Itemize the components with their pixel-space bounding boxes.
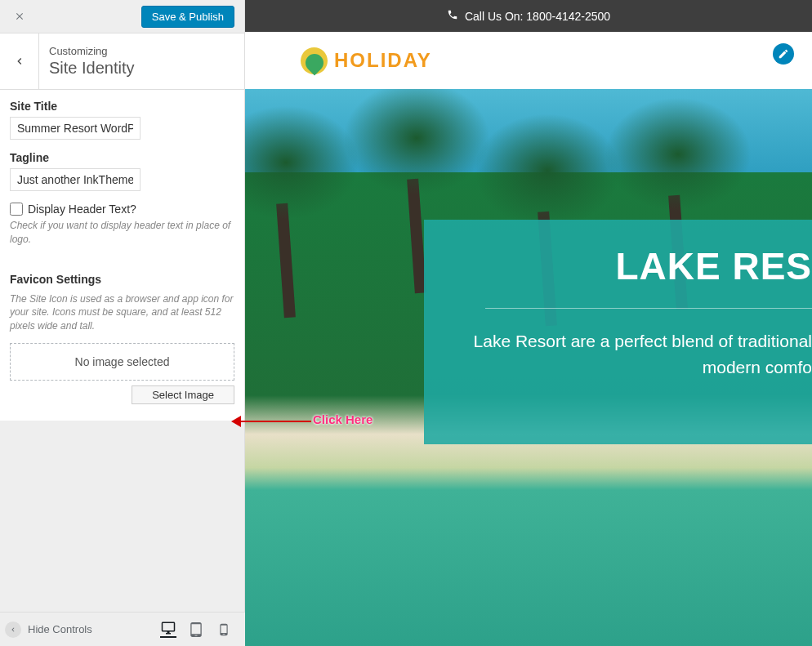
hero-subtitle-line2: modern comfo xyxy=(448,354,812,381)
tagline-label: Tagline xyxy=(10,151,234,164)
close-icon xyxy=(14,11,25,22)
favicon-heading: Favicon Settings xyxy=(10,273,234,286)
hero-section: LAKE RES Lake Resort are a perfect blend… xyxy=(245,89,812,646)
mobile-icon xyxy=(217,623,230,636)
customizer-body: Site Title Tagline Display Header Text? … xyxy=(0,90,244,421)
site-title-field: Site Title xyxy=(10,100,234,140)
customizer-header: Save & Publish xyxy=(0,0,244,33)
tagline-field: Tagline xyxy=(10,151,234,191)
chevron-left-icon xyxy=(13,55,26,68)
display-header-field: Display Header Text? Check if you want t… xyxy=(10,203,234,247)
hero-subtitle-line1: Lake Resort are a perfect blend of tradi… xyxy=(448,328,812,354)
section-title: Site Identity xyxy=(49,59,234,78)
device-mobile-button[interactable] xyxy=(216,621,232,638)
customizer-panel: Save & Publish Customizing Site Identity… xyxy=(0,0,245,646)
back-button[interactable] xyxy=(0,33,39,89)
tagline-input[interactable] xyxy=(10,168,141,191)
favicon-description: The Site Icon is used as a browser and a… xyxy=(10,292,234,333)
preview-topbar: Call Us On: 1800-4142-2500 xyxy=(245,0,812,32)
edit-shortcut-button[interactable] xyxy=(773,43,794,65)
logo-text: HOLIDAY xyxy=(334,49,432,72)
hide-controls-button[interactable]: Hide Controls xyxy=(5,621,92,638)
customizer-footer: Hide Controls xyxy=(0,612,245,646)
hero-overlay: LAKE RES Lake Resort are a perfect blend… xyxy=(424,220,812,444)
hero-divider xyxy=(485,308,812,309)
phone-icon xyxy=(447,9,458,23)
favicon-section: Favicon Settings The Site Icon is used a… xyxy=(10,273,234,404)
site-title-input[interactable] xyxy=(10,117,141,140)
logo-icon xyxy=(301,47,328,74)
select-image-button[interactable]: Select Image xyxy=(132,385,234,404)
close-button[interactable] xyxy=(10,7,29,26)
customizing-label: Customizing xyxy=(49,45,234,57)
site-title-label: Site Title xyxy=(10,100,234,113)
tablet-icon xyxy=(189,622,203,637)
favicon-dropzone[interactable]: No image selected xyxy=(10,343,234,381)
site-logo[interactable]: HOLIDAY xyxy=(301,47,432,74)
collapse-icon xyxy=(5,621,21,638)
desktop-icon xyxy=(161,621,176,635)
section-title-block: Customizing Site Identity xyxy=(39,33,244,89)
site-preview: Call Us On: 1800-4142-2500 HOLIDAY LAKE … xyxy=(245,0,812,646)
hero-title: LAKE RES xyxy=(448,244,812,288)
device-tablet-button[interactable] xyxy=(188,621,204,638)
device-buttons xyxy=(160,621,240,638)
display-header-help: Check if you want to display header text… xyxy=(10,219,234,247)
section-title-row: Customizing Site Identity xyxy=(0,33,244,90)
device-desktop-button[interactable] xyxy=(160,621,176,638)
save-publish-button[interactable]: Save & Publish xyxy=(141,6,234,28)
preview-site-header: HOLIDAY xyxy=(245,32,812,89)
display-header-checkbox[interactable] xyxy=(10,203,23,216)
hide-controls-label: Hide Controls xyxy=(28,623,92,635)
pencil-icon xyxy=(778,48,789,60)
display-header-label: Display Header Text? xyxy=(28,203,136,216)
call-us-text: Call Us On: 1800-4142-2500 xyxy=(465,10,610,23)
